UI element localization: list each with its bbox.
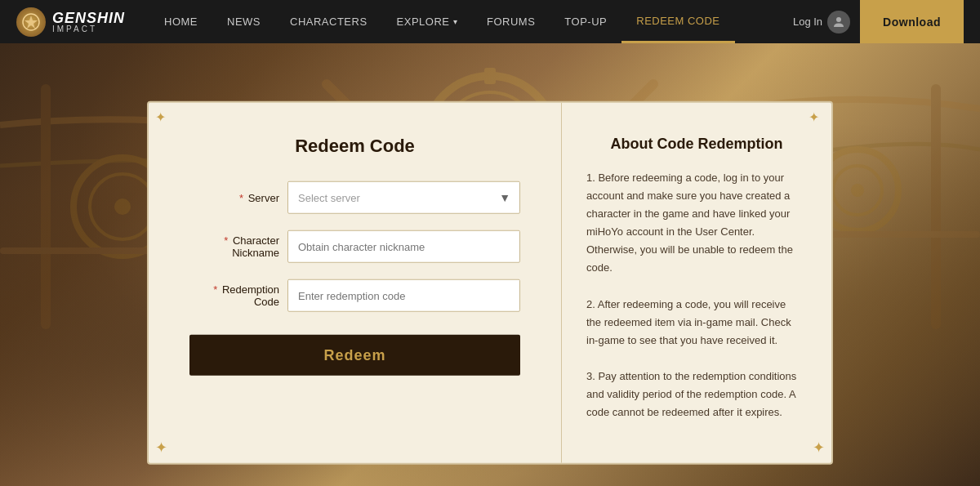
nickname-form-group: * Character Nickname xyxy=(189,230,520,263)
form-section: Redeem Code * Server Select server Ameri… xyxy=(149,103,562,463)
server-select[interactable]: Select server America Europe Asia TW, HK… xyxy=(287,181,520,214)
info-title: About Code Redemption xyxy=(586,136,807,153)
svg-rect-17 xyxy=(41,84,51,329)
server-required-star: * xyxy=(239,191,243,203)
login-button[interactable]: Log In xyxy=(793,11,850,33)
nickname-label: * Character Nickname xyxy=(189,234,279,259)
nickname-required-star: * xyxy=(224,234,228,247)
server-form-group: * Server Select server America Europe As… xyxy=(189,181,520,214)
hero-section: ✦ Log in to redeem ✦ ✦ Redeem Code * Ser… xyxy=(0,43,980,486)
svg-rect-5 xyxy=(484,68,496,84)
download-button[interactable]: Download xyxy=(860,0,964,43)
info-section: About Code Redemption 1. Before redeemin… xyxy=(562,103,831,463)
nav-item-top-up[interactable]: TOP-UP xyxy=(550,0,621,43)
svg-point-16 xyxy=(851,184,864,197)
redemption-code-input[interactable] xyxy=(287,279,520,312)
server-label: * Server xyxy=(189,191,279,203)
explore-chevron-icon: ▾ xyxy=(453,17,458,26)
logo-title-bottom: Impact xyxy=(52,25,125,33)
user-avatar-icon xyxy=(827,11,850,33)
logo-text: Genshin Impact xyxy=(52,11,125,33)
nav-item-home[interactable]: HOME xyxy=(149,0,212,43)
corner-decoration-tl: ✦ xyxy=(155,109,172,126)
redeem-modal: ✦ ✦ Redeem Code * Server Select server A… xyxy=(147,101,833,465)
nav-links: HOME NEWS CHARACTERS EXPLORE ▾ FORUMS TO… xyxy=(149,0,793,43)
form-title: Redeem Code xyxy=(189,136,520,157)
logo[interactable]: Genshin Impact xyxy=(16,7,125,37)
svg-point-13 xyxy=(114,198,131,215)
nav-item-forums[interactable]: FORUMS xyxy=(472,0,550,43)
logo-title-top: Genshin xyxy=(52,11,125,25)
info-scrollable-content[interactable]: 1. Before redeeming a code, log in to yo… xyxy=(586,169,807,430)
logo-icon xyxy=(16,7,46,37)
nav-item-redeem-code[interactable]: REDEEM CODE xyxy=(621,0,734,43)
info-text: 1. Before redeeming a code, log in to yo… xyxy=(586,169,803,430)
svg-rect-18 xyxy=(931,84,941,329)
code-label: * Redemption Code xyxy=(189,283,279,308)
nav-item-characters[interactable]: CHARACTERS xyxy=(275,0,382,43)
server-select-wrapper: Select server America Europe Asia TW, HK… xyxy=(287,181,520,214)
redeem-button[interactable]: Redeem xyxy=(189,335,520,376)
code-required-star: * xyxy=(213,283,217,296)
navbar: Genshin Impact HOME NEWS CHARACTERS EXPL… xyxy=(0,0,980,43)
nav-right: Log In Download xyxy=(793,0,964,43)
nav-item-news[interactable]: NEWS xyxy=(212,0,275,43)
nickname-input[interactable] xyxy=(287,230,520,263)
nav-item-explore[interactable]: EXPLORE ▾ xyxy=(382,0,472,43)
svg-point-1 xyxy=(836,17,841,22)
code-form-group: * Redemption Code xyxy=(189,279,520,312)
